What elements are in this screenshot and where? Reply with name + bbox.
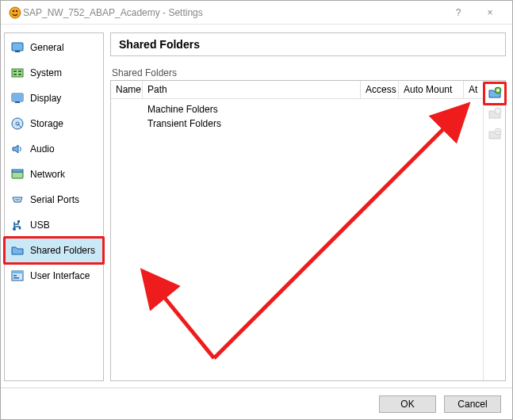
- app-icon: [7, 5, 23, 21]
- col-access[interactable]: Access: [361, 81, 399, 98]
- group-label: Shared Folders: [110, 67, 506, 78]
- body: General System Display Storage Audio Net…: [1, 25, 512, 388]
- svg-rect-4: [15, 51, 20, 52]
- svg-rect-11: [13, 94, 22, 101]
- edit-folder-button: [487, 106, 503, 122]
- titlebar: SAP_NW_752_ABAP_Academy - Settings ? ×: [1, 1, 512, 25]
- section-title: Shared Folders: [110, 32, 506, 56]
- sidebar-item-label: System: [30, 67, 62, 78]
- sidebar-item-general[interactable]: General: [5, 35, 103, 60]
- sidebar-item-label: General: [30, 42, 64, 53]
- svg-rect-12: [15, 101, 20, 103]
- network-icon: [10, 166, 25, 182]
- svg-point-2: [16, 10, 17, 11]
- svg-point-19: [18, 199, 20, 200]
- cancel-button[interactable]: Cancel: [444, 395, 501, 413]
- svg-rect-6: [13, 71, 17, 72]
- sidebar-item-network[interactable]: Network: [5, 162, 103, 187]
- folder-tree[interactable]: Name Path Access Auto Mount At Machine F…: [111, 81, 483, 380]
- shared-folders-list: Name Path Access Auto Mount At Machine F…: [110, 80, 506, 381]
- svg-rect-26: [13, 277, 19, 279]
- toolbar: [483, 81, 505, 380]
- sidebar-item-label: Audio: [30, 143, 55, 155]
- sidebar-item-serial-ports[interactable]: Serial Ports: [5, 187, 103, 212]
- display-icon: [10, 90, 25, 106]
- svg-rect-9: [18, 74, 21, 75]
- sidebar-item-label: Serial Ports: [30, 194, 79, 205]
- sidebar-item-label: Display: [30, 93, 61, 104]
- add-folder-button[interactable]: [487, 86, 503, 101]
- general-icon: [10, 40, 25, 55]
- col-name[interactable]: Name: [111, 81, 143, 98]
- tree-body: Machine Folders Transient Folders: [111, 99, 483, 131]
- svg-rect-24: [12, 271, 23, 273]
- svg-point-18: [17, 199, 18, 200]
- sidebar-item-shared-folders[interactable]: Shared Folders: [5, 238, 103, 263]
- svg-rect-7: [18, 71, 21, 72]
- tree-group-transient[interactable]: Transient Folders: [147, 116, 483, 131]
- svg-rect-25: [13, 275, 17, 277]
- svg-point-28: [495, 108, 501, 114]
- sidebar-item-system[interactable]: System: [5, 60, 103, 86]
- main-panel: Shared Folders Shared Folders Name Path …: [110, 32, 506, 381]
- sidebar-item-label: Shared Folders: [30, 245, 95, 256]
- svg-rect-8: [13, 74, 17, 75]
- sidebar: General System Display Storage Audio Net…: [4, 32, 104, 381]
- settings-window: SAP_NW_752_ABAP_Academy - Settings ? × G…: [0, 0, 513, 420]
- sidebar-item-label: USB: [30, 220, 50, 231]
- svg-point-22: [19, 227, 21, 230]
- tree-group-machine[interactable]: Machine Folders: [147, 102, 483, 116]
- close-button[interactable]: ×: [474, 7, 506, 18]
- col-auto-mount[interactable]: Auto Mount: [399, 81, 464, 98]
- sidebar-item-label: Storage: [30, 118, 63, 129]
- system-icon: [10, 65, 25, 81]
- help-button[interactable]: ?: [442, 7, 474, 18]
- sidebar-item-display[interactable]: Display: [5, 86, 103, 111]
- svg-rect-15: [12, 172, 23, 178]
- svg-point-0: [10, 7, 21, 18]
- storage-icon: [10, 116, 25, 132]
- ok-button[interactable]: OK: [379, 395, 436, 413]
- svg-point-17: [15, 199, 17, 200]
- col-at[interactable]: At: [464, 81, 483, 98]
- sidebar-item-label: Network: [30, 169, 65, 180]
- remove-folder-button: [487, 127, 503, 143]
- svg-rect-21: [17, 220, 20, 223]
- window-title: SAP_NW_752_ABAP_Academy - Settings: [23, 7, 442, 18]
- serial-ports-icon: [10, 192, 25, 208]
- sidebar-item-user-interface[interactable]: User Interface: [5, 263, 103, 288]
- column-headers: Name Path Access Auto Mount At: [111, 81, 483, 99]
- sidebar-item-audio[interactable]: Audio: [5, 136, 103, 162]
- col-path[interactable]: Path: [143, 81, 361, 98]
- shared-folders-icon: [10, 242, 25, 258]
- usb-icon: [10, 217, 25, 233]
- svg-rect-3: [12, 43, 23, 51]
- footer: OK Cancel: [1, 388, 512, 419]
- sidebar-item-label: User Interface: [30, 270, 90, 281]
- svg-rect-5: [12, 69, 23, 77]
- svg-point-1: [13, 10, 14, 11]
- user-interface-icon: [10, 268, 25, 284]
- sidebar-item-storage[interactable]: Storage: [5, 111, 103, 136]
- sidebar-item-usb[interactable]: USB: [5, 212, 103, 238]
- audio-icon: [10, 141, 25, 157]
- svg-rect-16: [12, 170, 23, 172]
